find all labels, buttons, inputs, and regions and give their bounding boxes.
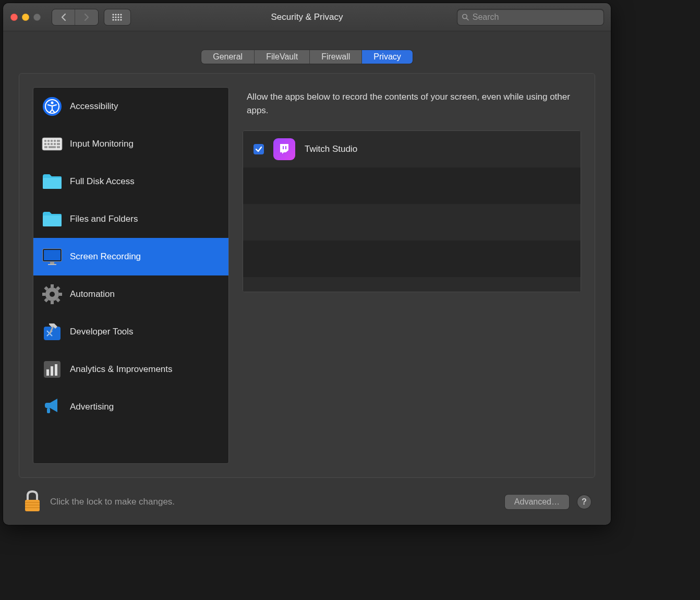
sidebar-item-label: Advertising [70,402,114,412]
sidebar-item-label: Developer Tools [70,327,134,337]
titlebar: Security & Privacy [3,3,611,31]
svg-rect-39 [51,301,54,304]
sidebar-item-full-disk-access[interactable]: Full Disk Access [33,163,228,200]
app-row-empty [243,277,581,292]
sidebar-item-developer-tools[interactable]: Developer Tools [33,313,228,351]
privacy-category-list[interactable]: Accessibility Input Monitoring Full Disk… [33,87,229,464]
app-row-twitch-studio[interactable]: Twitch Studio [243,131,581,167]
help-button[interactable]: ? [577,495,591,509]
svg-point-6 [117,16,119,18]
sidebar-item-label: Files and Folders [70,214,138,224]
show-all-button[interactable] [104,9,130,25]
privacy-panel: Accessibility Input Monitoring Full Disk… [19,73,595,478]
svg-point-1 [115,14,116,15]
display-icon [42,246,63,267]
advanced-button[interactable]: Advanced… [505,495,569,509]
minimize-window-button[interactable] [22,14,29,21]
app-permission-list: Twitch Studio [243,130,581,292]
window-controls [10,14,41,21]
svg-rect-19 [47,140,50,142]
svg-rect-21 [54,140,56,142]
sidebar-item-input-monitoring[interactable]: Input Monitoring [33,125,228,163]
megaphone-icon [42,397,63,417]
accessibility-icon [42,96,63,117]
folder-icon [42,209,63,230]
sidebar-item-advertising[interactable]: Advertising [33,388,228,426]
svg-rect-26 [54,143,56,145]
svg-rect-36 [48,264,56,265]
svg-point-7 [120,16,122,18]
svg-point-8 [112,19,114,20]
sidebar-item-label: Automation [70,289,115,299]
svg-rect-55 [285,146,286,149]
sidebar-item-analytics[interactable]: Analytics & Improvements [33,351,228,388]
svg-point-3 [120,14,122,15]
svg-rect-20 [51,140,53,142]
svg-point-9 [115,19,116,20]
svg-rect-31 [43,178,62,189]
sidebar-item-accessibility[interactable]: Accessibility [33,88,228,125]
close-window-button[interactable] [10,14,18,21]
footer: Click the lock to make changes. Advanced… [19,478,595,514]
sidebar-item-label: Full Disk Access [70,176,135,187]
app-checkbox[interactable] [254,144,264,154]
app-row-empty [243,241,581,277]
svg-point-16 [51,102,54,104]
svg-point-5 [115,16,116,18]
sidebar-item-files-and-folders[interactable]: Files and Folders [33,200,228,238]
svg-rect-24 [47,143,50,145]
svg-rect-27 [57,143,60,145]
svg-point-4 [112,16,114,18]
svg-rect-38 [51,284,54,287]
window-title: Security & Privacy [271,12,343,22]
chevron-right-icon [83,13,90,21]
lock-icon [23,489,42,512]
svg-rect-18 [44,140,46,142]
question-mark-icon: ? [582,497,587,507]
app-row-empty [243,167,581,204]
svg-rect-28 [44,146,47,148]
tab-filevault[interactable]: FileVault [255,50,310,64]
sidebar-item-automation[interactable]: Automation [33,275,228,313]
svg-rect-29 [49,146,56,148]
lock-text: Click the lock to make changes. [50,497,175,507]
svg-rect-54 [283,146,284,149]
lock-button[interactable] [23,489,42,514]
svg-rect-51 [51,366,53,376]
svg-point-10 [117,19,119,20]
back-button[interactable] [52,9,75,25]
checkmark-icon [255,146,262,153]
detail-pane: Allow the apps below to record the conte… [243,87,581,464]
svg-point-2 [117,14,119,15]
svg-rect-22 [57,140,60,142]
keyboard-icon [42,134,63,154]
svg-rect-34 [44,250,61,260]
svg-rect-25 [51,143,53,145]
detail-description: Allow the apps below to record the conte… [247,90,577,117]
forward-button[interactable] [75,9,98,25]
grid-icon [112,13,123,21]
app-row-empty [243,204,581,241]
twitch-studio-icon [273,138,295,160]
tab-firewall[interactable]: Firewall [310,50,362,64]
gear-icon [42,284,63,305]
sidebar-item-label: Analytics & Improvements [70,364,173,375]
zoom-window-button[interactable] [33,14,41,21]
svg-rect-41 [42,293,45,296]
tab-privacy[interactable]: Privacy [362,50,412,64]
search-input[interactable] [473,13,599,22]
hammer-icon [42,321,63,342]
svg-point-11 [120,19,122,20]
svg-rect-35 [50,262,54,264]
svg-rect-23 [44,143,46,145]
folder-icon [42,171,63,192]
sidebar-item-screen-recording[interactable]: Screen Recording [33,238,228,275]
svg-rect-56 [25,500,40,511]
tab-bar: General FileVault Firewall Privacy [19,50,595,64]
search-field[interactable] [457,9,604,25]
app-name-label: Twitch Studio [305,144,357,154]
svg-rect-52 [55,364,57,376]
svg-rect-30 [57,146,60,148]
svg-rect-53 [47,408,50,413]
tab-general[interactable]: General [201,50,255,64]
